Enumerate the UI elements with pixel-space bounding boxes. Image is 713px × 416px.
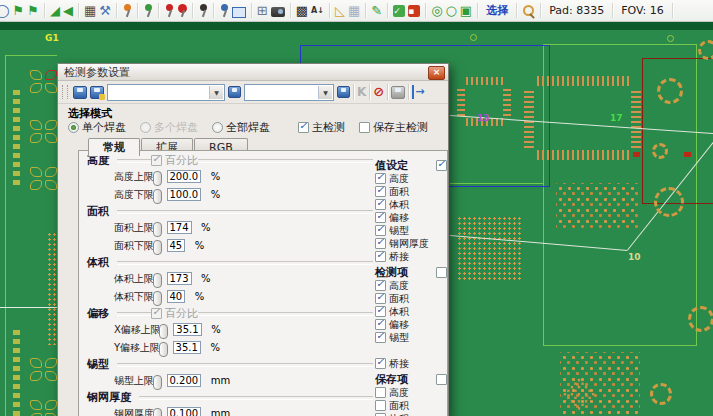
slider-thumb[interactable]: [153, 222, 162, 237]
radio-multi-pad[interactable]: 多个焊盘: [140, 120, 198, 135]
value-input[interactable]: 100.0: [167, 188, 202, 201]
flag-a2-icon[interactable]: ⚑: [27, 3, 39, 19]
ruler-icon[interactable]: ◺: [335, 3, 345, 19]
check-icon[interactable]: ✓: [393, 5, 405, 17]
slider-thumb[interactable]: [153, 408, 162, 416]
value-set-master-checkbox[interactable]: [436, 160, 447, 171]
cone-icon[interactable]: ◀: [63, 3, 73, 19]
flag-a-icon[interactable]: ⚑: [13, 3, 25, 19]
divider: [173, 396, 373, 400]
radio-icon: [140, 122, 151, 133]
preset-combo-1[interactable]: ▼: [107, 84, 225, 101]
stats-icon[interactable]: K: [357, 85, 366, 99]
slider-thumb[interactable]: [153, 291, 162, 306]
radio-all-pads[interactable]: 全部焊盘: [212, 120, 270, 135]
stop-icon[interactable]: ▪: [408, 5, 420, 17]
divider: [151, 363, 373, 367]
value-input[interactable]: 40: [167, 290, 186, 303]
check-entry: 高度: [375, 279, 447, 292]
exit-icon[interactable]: →: [412, 85, 424, 99]
grid-light-icon[interactable]: ▦: [348, 3, 360, 19]
cancel-icon[interactable]: ⊘: [373, 85, 384, 99]
circle-icon[interactable]: ○: [445, 3, 456, 19]
pin-orange-icon[interactable]: [122, 3, 132, 18]
camera-icon[interactable]: [271, 7, 285, 17]
load-preset-icon-2[interactable]: [337, 86, 350, 98]
param-entry: 锡型上限 0.200 mm: [79, 372, 379, 390]
slider-thumb[interactable]: [153, 189, 162, 204]
tools-icon[interactable]: ⚒: [99, 3, 111, 19]
save-disk-icon[interactable]: [391, 86, 405, 99]
marker-red-icon[interactable]: [177, 3, 187, 18]
percent-checkbox[interactable]: 百分比: [151, 306, 198, 321]
save-items-master-checkbox[interactable]: [436, 374, 447, 385]
detect-solder-shape[interactable]: 锡型: [375, 331, 409, 345]
slider-thumb[interactable]: [153, 171, 162, 186]
slider-thumb[interactable]: [153, 240, 162, 255]
dialog-title: 检测参数设置: [64, 65, 130, 80]
grid-icon[interactable]: ⊞: [257, 3, 268, 19]
detect-bridging[interactable]: 桥接: [375, 357, 409, 371]
flag-triangle-icon[interactable]: ◢: [50, 3, 60, 19]
pcb-label: G1: [45, 33, 59, 43]
slider-thumb[interactable]: [159, 342, 168, 357]
preset-combo-2[interactable]: ▼: [244, 84, 334, 101]
section-title: 面积: [87, 204, 109, 219]
value-input[interactable]: 0.100: [167, 407, 202, 416]
select-button[interactable]: 选择: [483, 3, 511, 19]
checkbox-icon: [436, 267, 447, 278]
save-volume[interactable]: 体积: [375, 412, 409, 416]
check-entry: 面积: [375, 399, 447, 412]
image-icon[interactable]: ▦: [84, 3, 96, 19]
value-input[interactable]: 0.200: [167, 374, 202, 387]
check-save-main-detect[interactable]: 保存主检测: [359, 120, 428, 135]
unit-label: %: [201, 222, 211, 233]
pin-red-icon[interactable]: [164, 3, 174, 18]
check-entry: 检测项: [375, 265, 447, 279]
dialog-titlebar[interactable]: 检测参数设置 ×: [58, 64, 448, 81]
slider-thumb[interactable]: [153, 273, 162, 288]
percent-checkbox[interactable]: 百分比: [151, 153, 198, 168]
param-label: X偏移上限: [114, 324, 161, 335]
value-input[interactable]: 45: [167, 239, 186, 252]
record-icon[interactable]: ◎: [431, 3, 442, 19]
tab-general[interactable]: 常规: [88, 138, 140, 156]
value-input[interactable]: 35.1: [173, 341, 201, 354]
value-input[interactable]: 173: [167, 272, 192, 285]
pin-black-icon[interactable]: [198, 3, 208, 18]
load-preset-icon-1[interactable]: [228, 86, 241, 98]
check-entry: 体积: [375, 305, 447, 318]
chevron-down-icon[interactable]: ▼: [209, 86, 223, 99]
save-as-icon[interactable]: [90, 86, 104, 99]
check-entry: 高度: [375, 386, 447, 399]
checkbox-icon: [375, 332, 386, 343]
value-set-bridging[interactable]: 桥接: [375, 250, 409, 264]
check-main-detect[interactable]: 主检测: [298, 120, 345, 135]
close-button[interactable]: ×: [428, 66, 445, 80]
value-input[interactable]: 200.0: [167, 170, 202, 183]
save-area[interactable]: 面积: [375, 399, 409, 413]
value-input[interactable]: 174: [167, 221, 192, 234]
rect-blue-icon[interactable]: [232, 7, 246, 18]
check-entry: 锡型: [375, 331, 447, 344]
fov-count: FOV: 16: [618, 3, 667, 19]
tiles-icon[interactable]: ▩: [296, 3, 308, 19]
value-input[interactable]: 35.1: [173, 323, 201, 336]
slider-thumb[interactable]: [153, 375, 162, 390]
chevron-down-icon[interactable]: ▼: [318, 86, 332, 99]
toolbar-grip[interactable]: [62, 85, 68, 99]
sort-az-icon[interactable]: A↓: [311, 3, 324, 19]
save-height[interactable]: 高度: [375, 386, 409, 400]
pin-green-icon[interactable]: [143, 3, 153, 18]
slider-thumb[interactable]: [159, 324, 168, 339]
save-icon[interactable]: [73, 86, 87, 99]
chart-edit-icon[interactable]: ✎: [371, 3, 382, 19]
square-icon[interactable]: ▣: [460, 3, 472, 19]
divider: [151, 261, 373, 265]
checkbox-icon: [375, 306, 386, 317]
radio-single-pad[interactable]: 单个焊盘: [68, 120, 126, 135]
pin-blue-icon[interactable]: [219, 3, 229, 18]
detect-items-master-checkbox[interactable]: [436, 267, 447, 278]
magnifier-icon[interactable]: [522, 4, 535, 17]
clipped-circle-icon[interactable]: ◯: [0, 3, 10, 19]
